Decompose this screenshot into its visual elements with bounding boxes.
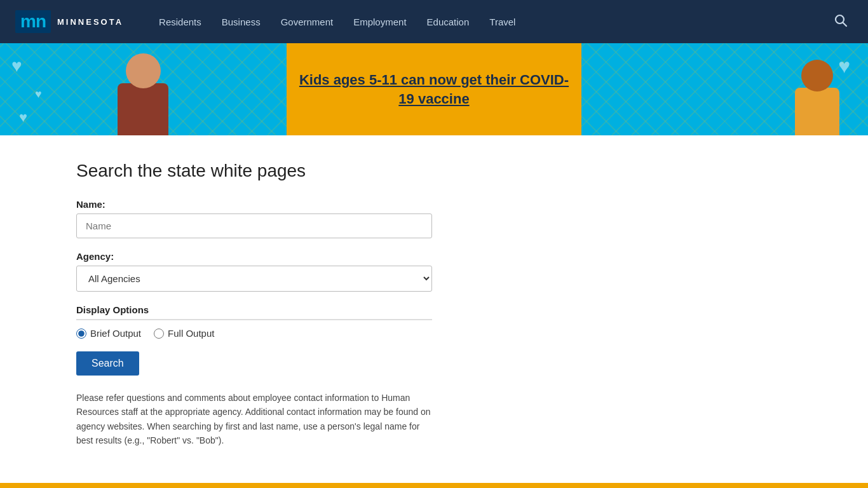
person-right-head [801,60,833,92]
promo-banner: ♥ ♥ ♥ Kids ages 5-11 can now get their C… [0,43,868,135]
nav-link-residents[interactable]: Residents [149,0,212,43]
name-field-group: Name: [76,199,508,238]
search-icon[interactable] [829,8,853,36]
display-options-radio-group: Brief Output Full Output [76,328,508,339]
page-title: Search the state white pages [76,161,508,181]
nav-link-employment[interactable]: Employment [343,0,416,43]
display-options-title: Display Options [76,304,432,320]
banner-left-panel: ♥ ♥ ♥ [0,43,287,135]
nav-link-education[interactable]: Education [417,0,480,43]
nav-link-government[interactable]: Government [271,0,344,43]
person-head [126,53,161,88]
radio-full-label[interactable]: Full Output [154,328,214,339]
radio-brief-input[interactable] [76,329,86,339]
banner-center-panel[interactable]: Kids ages 5-11 can now get their COVID-1… [287,43,581,135]
nav-link-travel[interactable]: Travel [479,0,526,43]
person-right-figure [795,56,839,135]
nav-item-residents[interactable]: Residents [149,0,212,43]
svg-line-1 [843,22,847,26]
agency-select[interactable]: All AgenciesAdministrationAgricultureCom… [76,266,432,292]
person-left-figure [118,48,168,135]
radio-brief-text: Brief Output [90,328,141,339]
logo-icon: mn [15,10,51,33]
name-input[interactable] [76,214,432,238]
nav-item-travel[interactable]: Travel [479,0,526,43]
nav-links-list: Residents Business Government Employment… [149,0,829,43]
banner-link[interactable]: Kids ages 5-11 can now get their COVID-1… [297,71,571,108]
agency-field-group: Agency: All AgenciesAdministrationAgricu… [76,251,508,292]
nav-item-education[interactable]: Education [417,0,480,43]
nav-item-employment[interactable]: Employment [343,0,416,43]
person-right-body [795,88,839,135]
heart-decor-4: ♥ [838,55,850,78]
state-name-label: MINNESOTA [57,17,123,27]
nav-item-business[interactable]: Business [212,0,271,43]
agency-label: Agency: [76,251,508,262]
main-nav: mn MINNESOTA Residents Business Governme… [0,0,868,43]
search-button[interactable]: Search [76,351,139,376]
display-options-section: Display Options Brief Output Full Output [76,304,508,339]
nav-item-government[interactable]: Government [271,0,344,43]
person-body [118,83,168,135]
radio-full-text: Full Output [168,328,214,339]
main-content: Search the state white pages Name: Agenc… [64,161,521,448]
disclaimer-text: Please refer questions and comments abou… [76,391,432,448]
site-logo[interactable]: mn MINNESOTA [15,10,123,33]
radio-brief-label[interactable]: Brief Output [76,328,141,339]
nav-link-business[interactable]: Business [212,0,271,43]
banner-right-panel: ♥ ♥ ♥ [581,43,868,135]
heart-decor-2: ♥ [35,88,42,101]
name-label: Name: [76,199,508,210]
heart-decor-3: ♥ [19,109,27,126]
heart-decor-1: ♥ [11,56,22,76]
radio-full-input[interactable] [154,329,164,339]
